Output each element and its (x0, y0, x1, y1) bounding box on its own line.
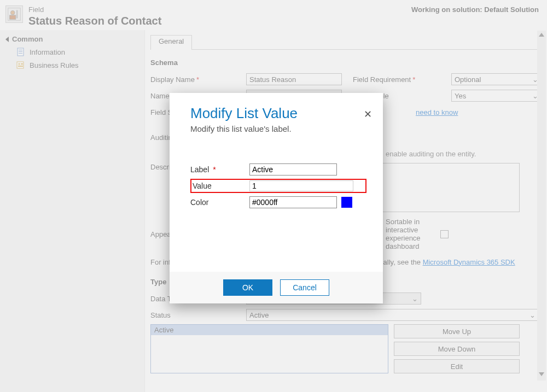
tab-bar: General (150, 34, 542, 50)
rules-icon (16, 61, 25, 69)
sidebar-item-information[interactable]: Information (0, 45, 144, 58)
schema-section-title: Schema (150, 58, 542, 67)
value-input[interactable] (249, 180, 353, 191)
color-field-label: Color (190, 198, 249, 207)
searchable-select[interactable] (451, 90, 542, 102)
tab-general[interactable]: General (150, 35, 192, 50)
value-row-highlight: Value (190, 179, 366, 193)
sidebar-group-common[interactable]: Common (0, 33, 144, 45)
color-swatch[interactable] (341, 197, 352, 208)
svg-point-9 (19, 63, 20, 65)
ok-button[interactable]: OK (223, 279, 272, 296)
field-requirement-select[interactable] (451, 73, 542, 85)
scroll-down-icon (539, 372, 544, 376)
svg-rect-2 (10, 15, 16, 20)
document-icon (16, 48, 25, 56)
close-icon: ✕ (364, 109, 372, 120)
entity-icon (5, 5, 23, 23)
sdk-link[interactable]: Microsoft Dynamics 365 SDK (423, 258, 515, 266)
display-name-label: Display Name* (150, 75, 246, 84)
move-down-button[interactable]: Move Down (394, 342, 520, 356)
sidebar-group-label: Common (12, 35, 43, 43)
field-requirement-label: Field Requirement* (353, 75, 451, 84)
svg-rect-3 (16, 10, 18, 19)
svg-rect-5 (19, 50, 22, 50)
display-name-input[interactable] (246, 73, 342, 85)
sidebar-item-business-rules[interactable]: Business Rules (0, 58, 144, 72)
svg-point-1 (10, 10, 15, 15)
dialog-title: Modify List Value (190, 105, 366, 122)
breadcrumb: Field (28, 5, 161, 14)
close-button[interactable]: ✕ (364, 108, 372, 120)
solution-label: Working on solution: (411, 5, 482, 14)
solution-name: Default Solution (484, 5, 539, 14)
status-select[interactable] (246, 309, 539, 321)
sortable-checkbox[interactable] (440, 230, 449, 238)
sidebar: Common Information Business Rules (0, 30, 145, 392)
scrollbar[interactable] (537, 31, 546, 381)
list-item[interactable]: Active (151, 325, 388, 335)
label-field-label: Label * (190, 165, 249, 174)
collapse-icon (5, 37, 9, 42)
color-input[interactable] (249, 196, 337, 208)
cancel-button[interactable]: Cancel (280, 279, 329, 296)
svg-rect-7 (19, 53, 22, 54)
svg-rect-8 (17, 62, 24, 68)
svg-rect-6 (19, 51, 22, 52)
solution-indicator: Working on solution: Default Solution (411, 5, 539, 14)
dialog-subtitle: Modify this list value's label. (190, 124, 366, 133)
page-title: Status Reason of Contact (28, 15, 161, 27)
svg-rect-11 (18, 66, 23, 67)
page-header: Field Status Reason of Contact Working o… (0, 0, 547, 30)
need-to-know-link[interactable]: need to know (416, 108, 458, 116)
label-input[interactable] (249, 163, 337, 175)
status-label: Status (150, 311, 246, 319)
scroll-up-icon (539, 33, 544, 37)
value-field-label: Value (193, 182, 249, 190)
auditing-hint: enable auditing on the entity. (386, 150, 476, 158)
modify-list-value-dialog: ✕ Modify List Value Modify this list val… (170, 93, 383, 303)
move-up-button[interactable]: Move Up (394, 324, 520, 338)
dialog-footer: OK Cancel (170, 272, 383, 303)
options-listbox[interactable]: Active (150, 324, 388, 373)
sidebar-item-label: Information (30, 48, 65, 56)
edit-button[interactable]: Edit (394, 359, 520, 373)
sidebar-item-label: Business Rules (30, 61, 79, 69)
sortable-label: Sortable in interactive experience dashb… (386, 218, 435, 250)
svg-rect-10 (21, 63, 23, 65)
